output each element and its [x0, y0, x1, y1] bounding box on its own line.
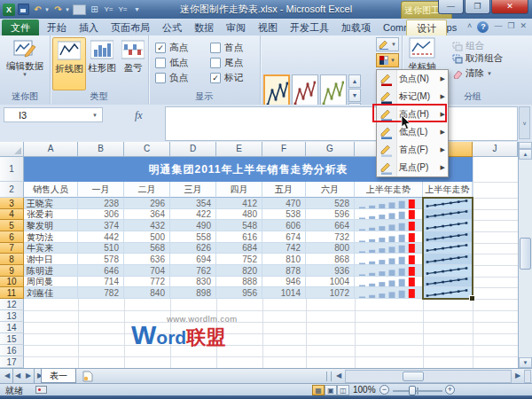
- axis-button[interactable]: 坐标轴: [404, 37, 440, 74]
- table-header-cell[interactable]: 五月: [262, 182, 306, 198]
- cell-bar-sparkline[interactable]: [355, 231, 423, 243]
- cell-line-sparkline[interactable]: [423, 265, 473, 277]
- formula-input[interactable]: [165, 106, 518, 141]
- hscroll-split-box[interactable]: [524, 370, 531, 383]
- cell-value[interactable]: 296: [124, 198, 170, 209]
- row-header-1[interactable]: 1: [0, 157, 24, 182]
- row-header-8[interactable]: 8: [0, 254, 24, 265]
- table-header-cell[interactable]: 销售人员: [24, 182, 78, 198]
- scroll-down-icon[interactable]: ▼: [519, 357, 532, 368]
- cell-value[interactable]: 840: [124, 287, 170, 299]
- macro-record-icon[interactable]: [35, 386, 47, 394]
- cell-value[interactable]: 752: [216, 254, 262, 265]
- cell-line-sparkline[interactable]: [423, 243, 473, 254]
- tab-design[interactable]: 设计: [406, 20, 447, 35]
- cell-value[interactable]: 810: [262, 254, 306, 265]
- edit-data-button[interactable]: 编辑数据 ▼: [3, 38, 47, 77]
- zoom-slider-handle[interactable]: [409, 386, 416, 395]
- next-sheet-icon[interactable]: ▶: [23, 369, 34, 383]
- line-sparkline-button[interactable]: 折线图: [52, 37, 86, 90]
- cell-value[interactable]: 674: [262, 231, 306, 243]
- cell-value[interactable]: 956: [216, 287, 262, 299]
- cell-value[interactable]: 830: [170, 277, 216, 287]
- row-header-5[interactable]: 5: [0, 220, 24, 231]
- cell-value[interactable]: 946: [262, 277, 306, 287]
- workbook-restore-icon[interactable]: ❐: [507, 21, 514, 33]
- tab-6[interactable]: 视图: [252, 20, 284, 35]
- row-header-4[interactable]: 4: [0, 209, 24, 220]
- cell-line-sparkline[interactable]: [423, 231, 473, 243]
- hscroll-left-icon[interactable]: ◀: [333, 369, 344, 383]
- cell-value[interactable]: 704: [124, 265, 170, 277]
- cell-value[interactable]: 1014: [262, 287, 306, 299]
- cell-value[interactable]: 762: [170, 265, 216, 277]
- row-header-6[interactable]: 6: [0, 231, 24, 243]
- tab-7[interactable]: 开发工具: [284, 20, 335, 35]
- cell-value[interactable]: 480: [216, 209, 262, 220]
- cell-value[interactable]: 578: [78, 254, 124, 265]
- checkbox-box-icon[interactable]: [210, 43, 221, 53]
- cell-value[interactable]: 354: [170, 198, 216, 209]
- cell-line-sparkline[interactable]: [423, 220, 473, 231]
- row-header-2[interactable]: 2: [0, 182, 24, 198]
- cell-name[interactable]: 陈明进: [24, 265, 78, 277]
- workbook-close-icon[interactable]: ✕: [520, 21, 527, 33]
- cell-value[interactable]: 782: [78, 287, 124, 299]
- col-header-J[interactable]: J: [473, 142, 518, 157]
- zoom-level[interactable]: 100%: [353, 385, 376, 395]
- tab-0[interactable]: 开始: [41, 20, 73, 35]
- menu-item-3[interactable]: 低点(L)▶: [377, 123, 448, 141]
- tab-1[interactable]: 插入: [73, 20, 105, 35]
- checkbox-box-icon[interactable]: ✓: [155, 43, 166, 53]
- page-break-view-icon[interactable]: ◫: [337, 385, 349, 395]
- table-header-cell[interactable]: 上半年走势: [355, 182, 423, 198]
- workbook-minimize-icon[interactable]: —: [494, 21, 502, 33]
- horizontal-scroll-thumb[interactable]: [403, 372, 424, 381]
- cell-bar-sparkline[interactable]: [355, 243, 423, 254]
- cell-name[interactable]: 张爱莉: [24, 209, 78, 220]
- row-header-7[interactable]: 7: [0, 243, 24, 254]
- cell-value[interactable]: 528: [306, 198, 355, 209]
- menu-item-0[interactable]: 负点(N)▶: [377, 70, 448, 88]
- checkbox-标记[interactable]: ✓标记: [210, 73, 243, 83]
- checkbox-box-icon[interactable]: [210, 58, 221, 68]
- restore-button[interactable]: ❐: [465, 0, 490, 14]
- cell-bar-sparkline[interactable]: [355, 198, 423, 209]
- cell-bar-sparkline[interactable]: [355, 254, 423, 265]
- checkbox-尾点[interactable]: 尾点: [210, 58, 243, 68]
- tab-4[interactable]: 数据: [188, 20, 220, 35]
- table-header-cell[interactable]: 六月: [306, 182, 355, 198]
- cell-value[interactable]: 238: [78, 198, 124, 209]
- sheet-tab-active[interactable]: 表一: [41, 369, 76, 383]
- table-header-cell[interactable]: 一月: [78, 182, 124, 198]
- menu-item-4[interactable]: 首点(F)▶: [377, 141, 448, 159]
- cell-value[interactable]: 636: [124, 254, 170, 265]
- cell-value[interactable]: 490: [170, 220, 216, 231]
- insert-function-icon[interactable]: fx: [135, 109, 143, 122]
- cell-value[interactable]: 606: [262, 220, 306, 231]
- cell-value[interactable]: 888: [216, 277, 262, 287]
- cell-name[interactable]: 刘嘉佳: [24, 287, 78, 299]
- cell-bar-sparkline[interactable]: [355, 265, 423, 277]
- ungroup-button[interactable]: 取消组合: [452, 52, 503, 65]
- table-header-cell[interactable]: 上半年走势: [423, 182, 473, 198]
- scroll-up-icon[interactable]: ▲: [519, 149, 532, 160]
- checkbox-box-icon[interactable]: [155, 58, 166, 68]
- tab-5[interactable]: 审阅: [220, 20, 252, 35]
- selection-fill-handle[interactable]: [469, 295, 475, 301]
- column-sparkline-button[interactable]: 柱形图: [86, 37, 118, 89]
- gallery-up-icon[interactable]: ▲: [348, 74, 361, 88]
- col-header-B[interactable]: B: [78, 142, 124, 157]
- checkbox-低点[interactable]: 低点: [155, 58, 188, 68]
- menu-item-1[interactable]: 标记(M)▶: [377, 88, 448, 106]
- cell-value[interactable]: 548: [216, 220, 262, 231]
- marker-color-button[interactable]: ▼: [376, 53, 399, 67]
- checkbox-负点[interactable]: 负点: [155, 73, 188, 83]
- horizontal-scrollbar[interactable]: [345, 370, 512, 383]
- cell-value[interactable]: 616: [216, 231, 262, 243]
- help-icon[interactable]: ?: [477, 21, 489, 33]
- table-header-cell[interactable]: 四月: [216, 182, 262, 198]
- cell-value[interactable]: 374: [78, 220, 124, 231]
- cell-value[interactable]: 898: [170, 287, 216, 299]
- cell-value[interactable]: 568: [124, 243, 170, 254]
